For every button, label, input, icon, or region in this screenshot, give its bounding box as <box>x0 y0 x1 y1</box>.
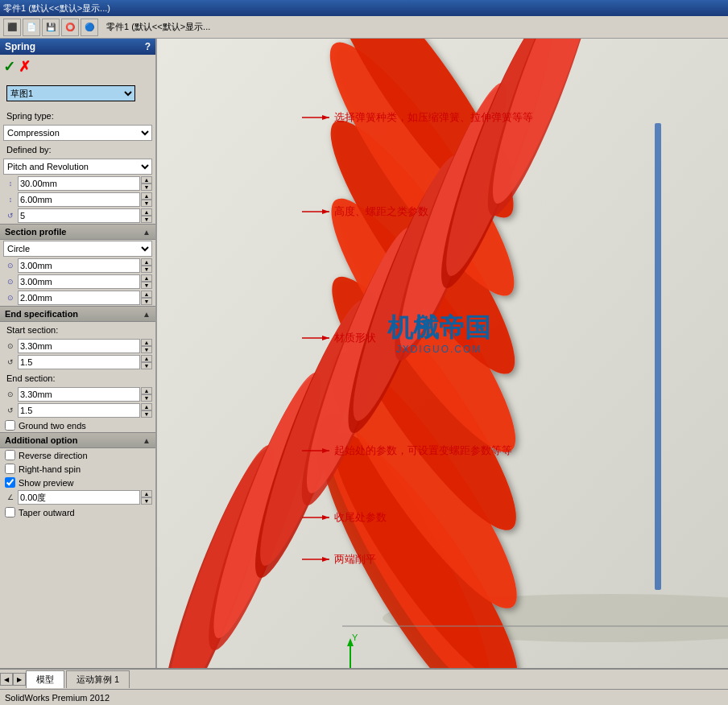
taper-outward-checkbox[interactable] <box>5 507 15 517</box>
sketch-select[interactable]: 草图1 <box>6 85 135 101</box>
toolbar-btn-4[interactable]: ⭕ <box>61 19 79 36</box>
end-val1-icon: ⊙ <box>3 387 18 402</box>
additional-option-header[interactable]: Additional option ▲ <box>0 432 155 448</box>
dim2-spin-up[interactable]: ▲ <box>141 274 152 282</box>
toolbar-btn-2[interactable]: 📄 <box>23 19 40 36</box>
dim3-input[interactable] <box>18 291 140 305</box>
rev-spin-up[interactable]: ▲ <box>141 208 152 216</box>
height-row: ↕ 30.00mm ▲ ▼ <box>0 175 155 192</box>
arrow-spring-type <box>302 109 334 126</box>
end-val2-input[interactable] <box>18 403 140 418</box>
toolbar-btn-5[interactable]: 🔵 <box>81 19 98 36</box>
additional-option-title: Additional option <box>5 435 77 445</box>
status-bar: SolidWorks Premium 2012 <box>0 689 728 705</box>
panel-content: 草图1 Spring type: Compression Extension T… <box>0 79 155 668</box>
angle-input[interactable] <box>18 490 140 505</box>
start-val1-input[interactable] <box>18 339 140 353</box>
spring-type-select-row: Compression Extension Torsion <box>0 124 155 142</box>
start-val2-input[interactable] <box>18 355 140 369</box>
panel-help-btn[interactable]: ? <box>145 41 151 52</box>
section-profile-title: Section profile <box>5 227 66 237</box>
angle-spin-up[interactable]: ▲ <box>141 490 152 497</box>
spring-type-label: Spring type: <box>3 109 57 122</box>
tab-motion[interactable]: 运动算例 1 <box>66 670 130 688</box>
collapse-end-spec[interactable]: ▲ <box>143 310 151 319</box>
end-val1-spin-up[interactable]: ▲ <box>141 387 152 394</box>
dim1-spin-down[interactable]: ▼ <box>141 266 152 273</box>
annotation-end: 收尾处参数 <box>302 509 387 526</box>
spring-visualization: Y Z ⚙ 机械帝国 JXDIGUO.COM <box>157 39 728 668</box>
reverse-direction-row: Reverse direction <box>0 448 155 462</box>
end-val1-spin-down[interactable]: ▼ <box>141 394 152 402</box>
end-section-label-row: End section: <box>0 370 155 386</box>
start-val1-spinner: ▲ ▼ <box>141 339 152 353</box>
height-spin-down[interactable]: ▼ <box>141 183 152 191</box>
show-preview-row: Show preview <box>0 476 155 489</box>
tab-model[interactable]: 模型 <box>26 670 64 688</box>
ground-two-ends-label: Ground two ends <box>19 421 86 431</box>
start-val2-spinner: ▲ ▼ <box>141 355 152 369</box>
annotation-profile: 材质形状 <box>302 330 376 346</box>
start-section-label-row: Start section: <box>0 322 155 338</box>
bottom-nav: ◀ ▶ 模型 运动算例 1 <box>0 668 728 689</box>
defined-by-select-row: Pitch and Revolution Height and Revoluti… <box>0 158 155 175</box>
toolbar: ⬛ 📄 💾 ⭕ 🔵 零件1 (默认<<默认>显示... <box>0 16 728 39</box>
toolbar-btn-3[interactable]: 💾 <box>42 19 60 36</box>
defined-by-select[interactable]: Pitch and Revolution Height and Revoluti… <box>3 159 152 175</box>
start-val2-spin-up[interactable]: ▲ <box>141 355 152 362</box>
start-val1-spin-up[interactable]: ▲ <box>141 339 152 346</box>
angle-spin-down[interactable]: ▼ <box>141 497 152 505</box>
dim1-icon: ⊙ <box>3 258 18 273</box>
dim1-spin-up[interactable]: ▲ <box>141 258 152 266</box>
dim2-spin-down[interactable]: ▼ <box>141 282 152 289</box>
end-val2-icon: ↺ <box>3 403 18 418</box>
end-specification-header[interactable]: End specification ▲ <box>0 306 155 322</box>
right-hand-spin-checkbox[interactable] <box>5 464 15 474</box>
height-input[interactable]: 30.00mm <box>18 176 140 191</box>
svg-rect-27 <box>655 123 661 590</box>
toolbar-btn-1[interactable]: ⬛ <box>3 19 21 36</box>
left-panel: Spring ? ✓ ✗ 草图1 Spring type: <box>0 39 157 668</box>
pitch-spin-down[interactable]: ▼ <box>141 200 152 207</box>
pitch-spin-up[interactable]: ▲ <box>141 192 152 200</box>
dim1-input[interactable] <box>18 258 140 273</box>
rev-spin-down[interactable]: ▼ <box>141 216 152 223</box>
pitch-row: ↕ 6.00mm ▲ ▼ <box>0 192 155 208</box>
end-val2-spin-up[interactable]: ▲ <box>141 403 152 410</box>
reverse-direction-checkbox[interactable] <box>5 450 15 460</box>
annotation-params-text: 高度、螺距之类参数 <box>334 204 428 219</box>
start-val1-spin-down[interactable]: ▼ <box>141 346 152 353</box>
rev-spinner: ▲ ▼ <box>141 208 152 223</box>
annotation-start-text: 起始处的参数，可设置变螺距参数等等 <box>334 443 512 458</box>
nav-right-btn[interactable]: ▶ <box>13 673 26 686</box>
arrow-ground <box>302 551 334 567</box>
watermark: ⚙ 机械帝国 JXDIGUO.COM <box>387 312 490 355</box>
pitch-input[interactable]: 6.00mm <box>18 192 140 207</box>
start-val2-spin-down[interactable]: ▼ <box>141 362 152 369</box>
title-bar: 零件1 (默认<<默认>显示...) <box>0 0 728 16</box>
panel-header: Spring ? <box>0 39 155 55</box>
taper-outward-label: Taper outward <box>19 508 75 517</box>
nav-left-btn[interactable]: ◀ <box>0 673 13 686</box>
cancel-button[interactable]: ✗ <box>19 58 31 76</box>
dim3-spin-up[interactable]: ▲ <box>141 291 152 298</box>
spring-type-select[interactable]: Compression Extension Torsion <box>3 125 152 141</box>
dim3-spin-down[interactable]: ▼ <box>141 298 152 305</box>
end-val2-spin-down[interactable]: ▼ <box>141 410 152 418</box>
rev-input[interactable]: 5 <box>18 208 140 223</box>
end-val1-input[interactable] <box>18 387 140 402</box>
ground-two-ends-checkbox[interactable] <box>5 420 15 431</box>
show-preview-checkbox[interactable] <box>5 477 15 488</box>
arrow-profile <box>302 330 334 346</box>
shape-select[interactable]: Circle Square Ellipse <box>3 241 152 257</box>
height-spin-up[interactable]: ▲ <box>141 176 152 183</box>
right-hand-spin-row: Right-hand spin <box>0 462 155 476</box>
dim3-icon: ⊙ <box>3 291 18 305</box>
angle-row: ∠ ▲ ▼ <box>0 489 155 505</box>
ok-button[interactable]: ✓ <box>3 58 15 76</box>
section-profile-header[interactable]: Section profile ▲ <box>0 224 155 240</box>
collapse-additional[interactable]: ▲ <box>143 436 151 445</box>
dim2-input[interactable] <box>18 274 140 289</box>
panel-title: Spring <box>5 41 35 52</box>
collapse-section-profile[interactable]: ▲ <box>143 228 151 237</box>
